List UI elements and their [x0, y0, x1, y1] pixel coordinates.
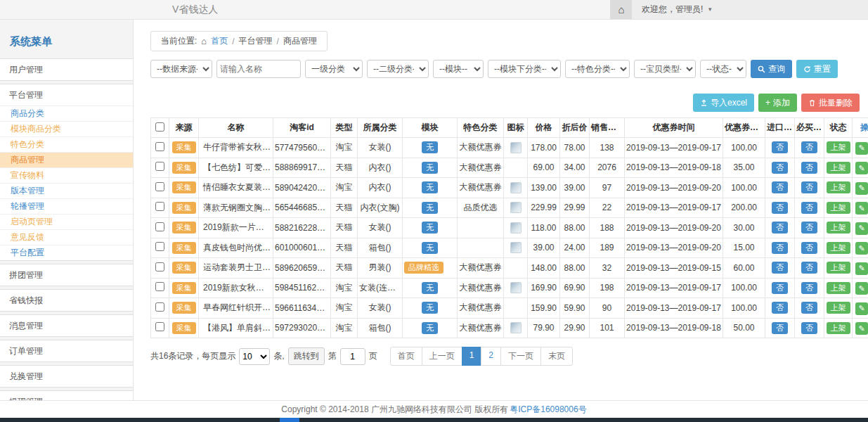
sidebar-subitem-特色分类[interactable]: 特色分类	[0, 136, 133, 152]
pager-button-首页[interactable]: 首页	[390, 347, 422, 366]
import-select-toggle[interactable]: 否	[772, 162, 788, 174]
must-buy-toggle[interactable]: 否	[801, 202, 817, 214]
row-checkbox[interactable]	[155, 302, 164, 312]
status-badge[interactable]: 上架	[827, 222, 850, 234]
module-badge[interactable]: 无	[422, 282, 438, 294]
row-checkbox[interactable]	[155, 282, 164, 291]
module-badge[interactable]: 无	[422, 302, 438, 314]
filter-select-4[interactable]: --特色分类--	[565, 60, 630, 78]
status-badge[interactable]: 上架	[827, 242, 850, 254]
row-checkbox[interactable]	[155, 162, 164, 171]
sidebar-item-提现管理[interactable]: 提现管理	[0, 391, 133, 401]
must-buy-toggle[interactable]: 否	[801, 302, 817, 314]
import-excel-button[interactable]: 导入excel	[693, 94, 754, 112]
sidebar-item-兑换管理[interactable]: 兑换管理	[0, 366, 133, 387]
status-badge[interactable]: 上架	[827, 141, 850, 153]
status-badge[interactable]: 上架	[827, 322, 850, 334]
jump-page-input[interactable]	[340, 348, 365, 365]
pager-button-末页[interactable]: 末页	[540, 347, 573, 366]
row-checkbox[interactable]	[155, 242, 164, 251]
sidebar-subitem-商品管理[interactable]: 商品管理	[0, 152, 133, 167]
module-badge[interactable]: 无	[422, 162, 438, 174]
module-badge[interactable]: 无	[422, 322, 438, 334]
row-checkbox[interactable]	[155, 182, 164, 191]
must-buy-toggle[interactable]: 否	[801, 162, 817, 174]
sidebar-subitem-商品分类[interactable]: 商品分类	[0, 106, 133, 121]
must-buy-toggle[interactable]: 否	[801, 282, 817, 294]
module-badge[interactable]: 品牌精选	[404, 262, 443, 274]
filter-select-3[interactable]: --模块下分类--	[488, 60, 561, 78]
import-select-toggle[interactable]: 否	[772, 282, 788, 294]
edit-button[interactable]: ✎	[855, 322, 868, 335]
sidebar-subitem-平台配置[interactable]: 平台配置	[0, 245, 133, 260]
import-select-toggle[interactable]: 否	[772, 202, 788, 214]
must-buy-toggle[interactable]: 否	[801, 242, 817, 254]
breadcrumb-home-link[interactable]: 首页	[211, 35, 228, 47]
row-checkbox[interactable]	[155, 202, 164, 211]
search-button[interactable]: 查询	[751, 60, 792, 78]
name-search-input[interactable]	[216, 60, 301, 78]
filter-select-1[interactable]: --二级分类--	[367, 60, 429, 78]
sidebar-subitem-版本管理[interactable]: 版本管理	[0, 183, 133, 198]
status-badge[interactable]: 上架	[827, 282, 850, 294]
select-all-checkbox[interactable]	[155, 122, 164, 132]
add-button[interactable]: + 添加	[758, 94, 797, 112]
sidebar-subitem-意见反馈[interactable]: 意见反馈	[0, 229, 133, 245]
must-buy-toggle[interactable]: 否	[801, 181, 817, 193]
must-buy-toggle[interactable]: 否	[801, 322, 817, 334]
sidebar-item-订单管理[interactable]: 订单管理	[0, 340, 133, 362]
import-select-toggle[interactable]: 否	[772, 181, 788, 193]
edit-button[interactable]: ✎	[855, 162, 868, 174]
sidebar-subitem-启动页管理[interactable]: 启动页管理	[0, 214, 133, 229]
edit-button[interactable]: ✎	[855, 182, 868, 195]
import-select-toggle[interactable]: 否	[772, 302, 788, 314]
jump-button[interactable]: 跳转到	[288, 347, 325, 365]
reset-button[interactable]: 重置	[796, 60, 838, 78]
row-checkbox[interactable]	[155, 222, 164, 231]
edit-button[interactable]: ✎	[855, 202, 868, 215]
edit-button[interactable]: ✎	[855, 142, 868, 155]
edit-button[interactable]: ✎	[855, 262, 868, 275]
row-checkbox[interactable]	[155, 262, 164, 271]
sidebar-item-拼团管理[interactable]: 拼团管理	[0, 264, 133, 286]
module-badge[interactable]: 无	[422, 242, 438, 254]
filter-select-2[interactable]: --模块--	[433, 60, 484, 78]
row-checkbox[interactable]	[155, 322, 164, 331]
pager-button-上一页[interactable]: 上一页	[422, 347, 462, 366]
sidebar-subitem-模块商品分类[interactable]: 模块商品分类	[0, 121, 133, 136]
status-badge[interactable]: 上架	[827, 302, 850, 314]
status-badge[interactable]: 上架	[827, 181, 850, 193]
import-select-toggle[interactable]: 否	[772, 222, 788, 234]
edit-button[interactable]: ✎	[855, 242, 868, 255]
filter-select-6[interactable]: --状态--	[700, 60, 746, 78]
import-select-toggle[interactable]: 否	[772, 242, 788, 254]
sidebar-item-消息管理[interactable]: 消息管理	[0, 315, 133, 336]
icp-link[interactable]: 粤ICP备16098006号	[510, 404, 586, 416]
sidebar-item-用户管理[interactable]: 用户管理	[0, 59, 133, 80]
module-badge[interactable]: 无	[422, 222, 438, 234]
home-button[interactable]: ⌂	[611, 0, 632, 19]
batch-delete-button[interactable]: 批量删除	[801, 94, 860, 112]
module-badge[interactable]: 无	[422, 141, 438, 153]
pager-button-下一页[interactable]: 下一页	[500, 347, 541, 366]
must-buy-toggle[interactable]: 否	[801, 262, 817, 274]
sidebar-item-平台管理[interactable]: 平台管理	[0, 84, 133, 106]
pager-button-2[interactable]: 2	[481, 347, 501, 366]
pager-button-1[interactable]: 1	[462, 347, 482, 366]
filter-select-0[interactable]: 一级分类	[305, 60, 363, 78]
import-select-toggle[interactable]: 否	[772, 262, 788, 274]
must-buy-toggle[interactable]: 否	[801, 141, 817, 153]
sidebar-subitem-轮播管理[interactable]: 轮播管理	[0, 198, 133, 214]
edit-button[interactable]: ✎	[855, 302, 868, 315]
per-page-select[interactable]: 10	[239, 348, 270, 365]
filter-select-source[interactable]: --数据来源--	[150, 60, 212, 78]
must-buy-toggle[interactable]: 否	[801, 222, 817, 234]
module-badge[interactable]: 无	[422, 181, 438, 193]
status-badge[interactable]: 上架	[827, 162, 850, 174]
sidebar-subitem-宣传物料[interactable]: 宣传物料	[0, 167, 133, 183]
row-checkbox[interactable]	[155, 142, 164, 151]
user-menu[interactable]: 欢迎您，管理员! ▼	[632, 4, 725, 15]
edit-button[interactable]: ✎	[855, 222, 868, 235]
sidebar-item-省钱快报[interactable]: 省钱快报	[0, 290, 133, 311]
import-select-toggle[interactable]: 否	[772, 322, 788, 334]
